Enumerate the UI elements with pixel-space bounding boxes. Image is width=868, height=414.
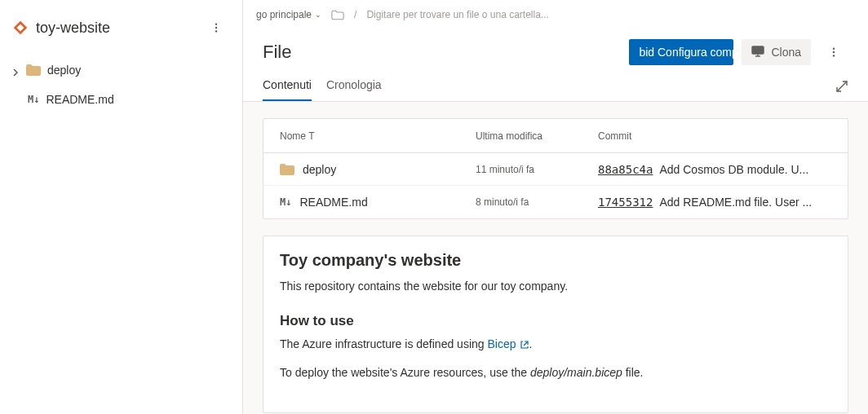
- monitor-icon: [751, 46, 764, 59]
- folder-icon: [280, 164, 294, 175]
- readme-p2: The Azure infrastructure is defined usin…: [280, 336, 831, 353]
- tree-row-file[interactable]: M↓ README.md: [0, 85, 242, 114]
- svg-point-9: [833, 51, 835, 53]
- repo-title[interactable]: toy-website: [36, 20, 110, 37]
- commit-message: Add Cosmos DB module. U...: [659, 163, 808, 176]
- configure-build-button[interactable]: bid Configura compil: [629, 39, 733, 65]
- readme-h3: How to use: [280, 313, 831, 329]
- svg-point-2: [215, 23, 217, 24]
- table-row[interactable]: deploy 11 minuto/i fa 88a85c4a Add Cosmo…: [264, 153, 848, 186]
- tab-contents[interactable]: Contenuti: [263, 78, 312, 101]
- readme-p1: This repository contains the website for…: [280, 278, 831, 295]
- content-header: File bid Configura compil Clona: [243, 29, 868, 101]
- svg-point-4: [215, 30, 217, 32]
- sidebar: toy-website deploy M↓ README.md: [0, 0, 243, 414]
- readme-h2: Toy company's website: [280, 251, 831, 270]
- page-title: File: [263, 42, 291, 63]
- svg-point-3: [215, 27, 217, 29]
- tab-history[interactable]: Cronologia: [326, 78, 382, 101]
- tabs: Contenuti Cronologia: [263, 78, 848, 101]
- branch-label: go principale: [256, 9, 312, 20]
- main: go principale⌄ / Digitare per trovare un…: [243, 0, 868, 414]
- chevron-right-icon: [11, 66, 20, 74]
- file-tree: deploy M↓ README.md: [0, 52, 242, 114]
- breadcrumb-separator: /: [354, 9, 356, 20]
- readme-p3: To deploy the website's Azure resources,…: [280, 364, 831, 381]
- tree-label: deploy: [47, 64, 81, 77]
- tree-label: README.md: [46, 93, 113, 106]
- folder-icon: [26, 64, 41, 76]
- col-commit[interactable]: Commit: [598, 130, 831, 142]
- table-row[interactable]: M↓ README.md 8 minuto/i fa 17455312 Add …: [264, 186, 848, 218]
- file-table: Nome T Ultima modifica Commit deploy 11 …: [263, 118, 848, 219]
- commit-hash[interactable]: 88a85c4a: [598, 163, 653, 176]
- chevron-down-icon: ⌄: [315, 11, 321, 19]
- repo-more-button[interactable]: [202, 13, 231, 42]
- body-area: Nome T Ultima modifica Commit deploy 11 …: [243, 102, 868, 414]
- file-modified: 8 minuto/i fa: [476, 196, 598, 208]
- col-modified[interactable]: Ultima modifica: [476, 130, 598, 142]
- file-name: deploy: [303, 163, 336, 176]
- clone-button[interactable]: Clona: [742, 39, 811, 65]
- markdown-icon: M↓: [28, 94, 39, 105]
- commit-message: Add README.md file. User ...: [659, 196, 812, 209]
- file-modified: 11 minuto/i fa: [476, 164, 598, 175]
- header-more-button[interactable]: [819, 37, 848, 67]
- path-search-input[interactable]: Digitare per trovare un file o una carte…: [366, 9, 548, 20]
- svg-rect-5: [752, 46, 764, 54]
- bicep-link[interactable]: Bicep: [487, 336, 529, 353]
- table-header: Nome T Ultima modifica Commit: [264, 119, 848, 153]
- readme-panel: Toy company's website This repository co…: [263, 236, 848, 413]
- external-link-icon: [520, 340, 529, 350]
- folder-outline-icon[interactable]: [331, 10, 344, 20]
- svg-line-11: [837, 81, 847, 91]
- commit-hash[interactable]: 17455312: [598, 196, 653, 209]
- svg-line-12: [524, 341, 528, 346]
- tree-row-folder[interactable]: deploy: [0, 55, 242, 85]
- header-actions: bid Configura compil Clona: [629, 37, 848, 67]
- clone-label: Clona: [771, 46, 801, 59]
- file-name: README.md: [299, 196, 367, 209]
- breadcrumb-bar: go principale⌄ / Digitare per trovare un…: [243, 0, 868, 29]
- repo-icon: [11, 19, 29, 37]
- branch-selector[interactable]: go principale⌄: [256, 9, 321, 20]
- svg-point-10: [833, 55, 835, 56]
- markdown-icon: M↓: [280, 196, 291, 208]
- col-name[interactable]: Nome T: [280, 130, 476, 142]
- repo-header: toy-website: [0, 10, 242, 52]
- fullscreen-icon[interactable]: [835, 80, 848, 93]
- svg-point-8: [833, 47, 835, 49]
